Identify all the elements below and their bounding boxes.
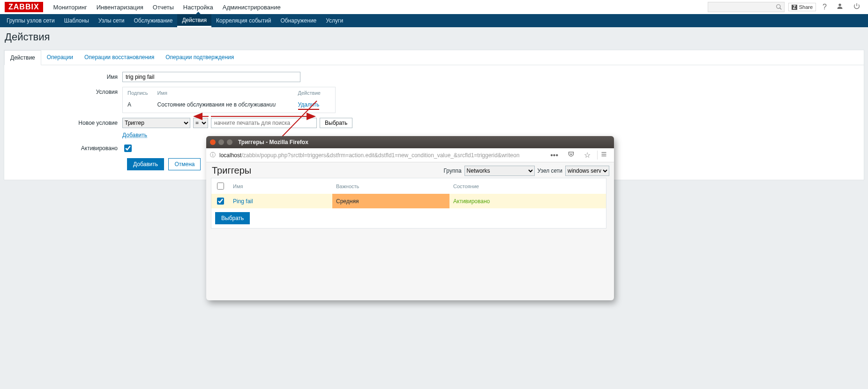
subnav-services[interactable]: Услуги	[321, 14, 348, 27]
main-menu-reports[interactable]: Отчеты	[148, 0, 179, 14]
trigger-row[interactable]: Ping fail Средняя Активировано	[211, 194, 606, 208]
trigger-select-all-checkbox[interactable]	[217, 183, 224, 190]
main-menu-inventory[interactable]: Инвентаризация	[92, 0, 148, 14]
condition-operator-select[interactable]: =	[193, 118, 208, 128]
url-host: localhost	[219, 152, 241, 159]
label-name: Имя	[11, 72, 122, 80]
label-conditions: Условия	[11, 87, 122, 95]
popup-window-title: Триггеры - Mozilla Firefox	[238, 139, 308, 145]
global-search[interactable]	[708, 2, 785, 12]
popup-titlebar[interactable]: Триггеры - Mozilla Firefox	[206, 136, 614, 148]
trigger-search-input[interactable]	[211, 118, 317, 128]
trigger-col-severity[interactable]: Важность	[332, 178, 449, 194]
bookmark-star-icon[interactable]: ☆	[581, 151, 593, 160]
add-button[interactable]: Добавить	[127, 158, 164, 170]
more-icon[interactable]: •••	[547, 151, 561, 160]
tab-recovery-operations[interactable]: Операции восстановления	[79, 50, 160, 65]
form-tabs: Действие Операции Операции восстановлени…	[4, 50, 864, 65]
svg-line-1	[779, 8, 781, 10]
tab-operations[interactable]: Операции	[41, 50, 79, 65]
popup-group-select[interactable]: Networks	[464, 166, 535, 176]
subnav-maintenance[interactable]: Обслуживание	[129, 14, 178, 27]
trigger-col-state[interactable]: Состояние	[449, 178, 606, 194]
share-label: Share	[799, 4, 813, 10]
cancel-button[interactable]: Отмена	[168, 158, 201, 170]
trigger-table: Имя Важность Состояние Ping fail Средняя…	[211, 178, 606, 229]
subnav-templates[interactable]: Шаблоны	[60, 14, 94, 27]
condition-row: A Состояние обслуживания не в обслуживан…	[123, 99, 336, 113]
subnav-hostgroups[interactable]: Группы узлов сети	[2, 14, 60, 27]
subnav-hosts[interactable]: Узлы сети	[94, 14, 129, 27]
condition-type-select[interactable]: Триггер	[122, 118, 190, 128]
popup-page-title: Триггеры	[212, 165, 251, 176]
condition-name: Состояние обслуживания не в обслуживании	[153, 99, 293, 113]
popup-host-label: Узел сети	[538, 168, 562, 174]
svg-point-2	[838, 4, 841, 6]
popup-urlbar: ⓘ localhost/zabbix/popup.php?srctbl=trig…	[206, 148, 614, 162]
trigger-select-button[interactable]: Выбрать	[320, 118, 352, 128]
url-path: /zabbix/popup.php?srctbl=triggers&dstfrm…	[241, 152, 519, 159]
condition-label: A	[123, 99, 153, 113]
window-maximize-icon[interactable]	[227, 139, 232, 145]
subnav-correlation[interactable]: Корреляция событий	[211, 14, 276, 27]
cond-col-name: Имя	[153, 87, 293, 99]
trigger-row-checkbox[interactable]	[217, 198, 224, 205]
sub-nav: Группы узлов сети Шаблоны Узлы сети Обсл…	[0, 14, 868, 27]
name-input[interactable]	[122, 72, 300, 82]
window-minimize-icon[interactable]	[218, 139, 224, 145]
page-title: Действия	[0, 27, 868, 50]
search-input[interactable]	[708, 2, 774, 12]
trigger-state: Активировано	[449, 194, 606, 208]
popup-select-button[interactable]: Выбрать	[215, 212, 250, 224]
user-icon[interactable]	[833, 2, 846, 12]
trigger-severity: Средняя	[332, 194, 449, 208]
popup-group-label: Группа	[444, 168, 462, 174]
help-icon[interactable]: ?	[820, 3, 830, 11]
site-info-icon[interactable]: ⓘ	[210, 151, 216, 159]
logo: ZABBIX	[5, 2, 43, 12]
top-nav: ZABBIX Мониторинг Инвентаризация Отчеты …	[0, 0, 868, 14]
cond-col-label: Подпись	[123, 87, 153, 99]
conditions-table: Подпись Имя Действие A Состояние обслужи…	[122, 87, 336, 113]
pocket-icon[interactable]	[565, 151, 577, 160]
subnav-actions[interactable]: Действия	[177, 14, 211, 27]
trigger-name-link[interactable]: Ping fail	[233, 198, 253, 205]
main-menu-configuration[interactable]: Настройка	[179, 0, 218, 14]
main-menu-administration[interactable]: Администрирование	[218, 0, 285, 14]
trigger-col-name[interactable]: Имя	[229, 178, 332, 194]
label-enabled: Активировано	[11, 143, 122, 152]
subnav-discovery[interactable]: Обнаружение	[276, 14, 321, 27]
power-icon[interactable]	[850, 2, 863, 12]
share-button[interactable]: Z Share	[788, 3, 816, 11]
tab-action[interactable]: Действие	[4, 50, 41, 65]
trigger-popup-window: Триггеры - Mozilla Firefox ⓘ localhost/z…	[206, 136, 614, 300]
hamburger-icon[interactable]	[597, 151, 610, 160]
label-new-condition: Новое условие	[11, 118, 122, 126]
tab-ack-operations[interactable]: Операции подтверждения	[160, 50, 239, 65]
window-close-icon[interactable]	[210, 139, 216, 145]
condition-delete-link[interactable]: Удалить	[298, 101, 320, 108]
main-menu: Мониторинг Инвентаризация Отчеты Настрой…	[49, 0, 285, 14]
popup-host-select[interactable]: windows server	[565, 166, 609, 176]
search-icon[interactable]	[774, 4, 784, 10]
cond-col-action: Действие	[293, 87, 336, 99]
main-menu-monitoring[interactable]: Мониторинг	[49, 0, 92, 14]
enabled-checkbox[interactable]	[124, 145, 132, 152]
zabbix-z-icon: Z	[792, 5, 797, 10]
svg-point-0	[776, 5, 780, 8]
